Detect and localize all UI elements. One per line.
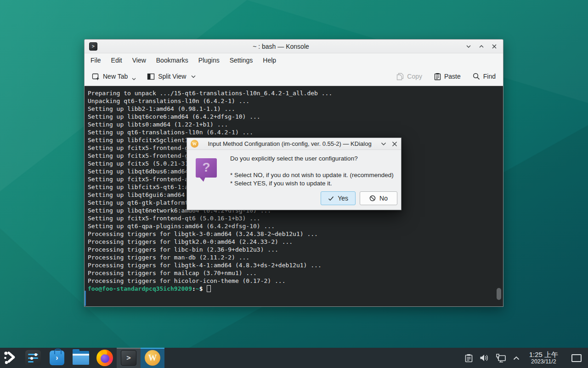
- dialog-body: ? Do you explicitly select the user conf…: [187, 150, 401, 210]
- search-icon: [473, 73, 480, 80]
- taskbar: › > W: [0, 348, 588, 368]
- dialog-titlebar[interactable]: W Input Method Configuration (im-config,…: [187, 138, 401, 150]
- terminal-output-line: Preparing to unpack .../15-qt6-translati…: [88, 89, 503, 97]
- terminal-output-line: Setting up libts0:amd64 (1.22-1+b1) ...: [88, 121, 503, 128]
- system-settings-button[interactable]: [21, 348, 45, 368]
- chevron-down-icon: [132, 78, 136, 80]
- show-desktop-button[interactable]: [571, 354, 582, 362]
- system-tray: 1:25 上午 2023/11/2: [465, 351, 588, 365]
- clock-time: 1:25 上午: [529, 351, 558, 358]
- konsole-icon: >: [89, 42, 97, 51]
- kdialog-window: W Input Method Configuration (im-config,…: [187, 138, 401, 210]
- paste-label: Paste: [444, 73, 461, 80]
- im-config-task-button[interactable]: W: [141, 348, 164, 368]
- new-tab-button[interactable]: New Tab: [92, 72, 136, 80]
- terminal-output-line: Unpacking qt6-translations-l10n (6.4.2-1…: [88, 97, 503, 105]
- question-icon: ?: [196, 158, 217, 178]
- toolbar: New Tab Split View: [85, 67, 503, 86]
- chevron-down-icon: [191, 75, 196, 78]
- copy-label: Copy: [407, 73, 422, 80]
- new-tab-icon: [92, 73, 100, 80]
- network-tray-icon[interactable]: [496, 354, 506, 362]
- firefox-button[interactable]: [93, 348, 117, 368]
- deny-icon: [369, 195, 376, 201]
- dialog-title: Input Method Configuration (im-config, v…: [201, 140, 378, 147]
- menu-bar: FileEditViewBookmarksPluginsSettingsHelp: [85, 53, 503, 67]
- clipboard-tray-icon[interactable]: [465, 354, 473, 362]
- find-label: Find: [483, 73, 496, 80]
- tray-expand-chevron-icon[interactable]: [513, 356, 520, 360]
- dialog-note-no: * Select NO, if you do not wish to updat…: [230, 172, 394, 178]
- konsole-icon: >: [121, 350, 136, 366]
- firefox-icon: [96, 350, 113, 366]
- maximize-icon[interactable]: [477, 42, 486, 51]
- paste-icon: [434, 73, 441, 80]
- dialog-close-icon[interactable]: [392, 141, 397, 147]
- terminal-output-line: Setting up libb2-1:amd64 (0.98.1-1.1) ..…: [88, 105, 503, 113]
- digital-clock[interactable]: 1:25 上午 2023/11/2: [526, 351, 561, 365]
- check-icon: [328, 196, 334, 201]
- menu-item-file[interactable]: File: [85, 54, 106, 66]
- dialog-question-text: Do you explicitly select the user config…: [230, 155, 358, 162]
- system-settings-icon: [25, 350, 41, 366]
- no-label: No: [379, 195, 388, 202]
- yes-button[interactable]: Yes: [321, 191, 356, 205]
- dialog-more-chevron-icon[interactable]: [381, 142, 386, 146]
- desktop: > ~ : bash — Konsole FileEditViewBookmar…: [0, 0, 588, 368]
- prompt-user-host: foo@foo-standardpcq35ich92009: [88, 285, 192, 292]
- terminal-output-line: Processing triggers for libgtk-4-1:amd64…: [88, 261, 503, 269]
- menu-item-plugins[interactable]: Plugins: [193, 54, 225, 66]
- terminal-output-line: Setting up qt6-translations-l10n (6.4.2-…: [88, 128, 503, 136]
- terminal-output-line: Setting up libqt6core6:amd64 (6.4.2+dfsg…: [88, 113, 503, 121]
- discover-button[interactable]: ›: [45, 348, 69, 368]
- plasma-launcher-icon: [3, 350, 18, 366]
- menu-item-settings[interactable]: Settings: [225, 54, 258, 66]
- terminal-output-line: Setting up qt6-qpa-plugins:amd64 (6.4.2+…: [88, 222, 503, 230]
- terminal-cursor: [207, 285, 211, 292]
- window-title: ~ : bash — Konsole: [97, 43, 464, 50]
- terminal-prompt-line: foo@foo-standardpcq35ich92009:~$: [88, 285, 503, 293]
- discover-icon: ›: [50, 351, 64, 365]
- terminal-output-line: Processing triggers for libgtk-3-0:amd64…: [88, 230, 503, 238]
- minimize-icon[interactable]: [464, 42, 473, 51]
- terminal-output-line: Processing triggers for hicolor-icon-the…: [88, 277, 503, 285]
- find-button[interactable]: Find: [473, 73, 496, 80]
- copy-button[interactable]: Copy: [396, 73, 422, 80]
- menu-item-view[interactable]: View: [127, 54, 151, 66]
- split-view-icon: [147, 73, 155, 80]
- clock-date: 2023/11/2: [529, 358, 558, 365]
- split-view-label: Split View: [158, 73, 186, 80]
- split-view-button[interactable]: Split View: [147, 73, 196, 80]
- close-icon[interactable]: [490, 42, 498, 51]
- konsole-task-button[interactable]: >: [117, 348, 141, 368]
- copy-icon: [396, 73, 404, 80]
- application-launcher-button[interactable]: [0, 348, 21, 368]
- menu-item-edit[interactable]: Edit: [106, 54, 127, 66]
- new-output-indicator: [85, 291, 86, 306]
- terminal-output-line: Processing triggers for libgtk2.0-0:amd6…: [88, 238, 503, 246]
- menu-item-bookmarks[interactable]: Bookmarks: [151, 54, 193, 66]
- yes-label: Yes: [338, 195, 348, 202]
- folder-icon: [73, 351, 89, 365]
- im-config-icon: W: [191, 140, 198, 148]
- file-manager-button[interactable]: [69, 348, 93, 368]
- dialog-note-yes: * Select YES, if you wish to update it.: [230, 180, 332, 187]
- terminal-output-line: Setting up fcitx5-frontend-qt6 (5.0.16-1…: [88, 214, 503, 222]
- no-button[interactable]: No: [360, 191, 397, 205]
- terminal-output-line: Processing triggers for man-db (2.11.2-2…: [88, 253, 503, 261]
- im-config-icon: W: [145, 350, 160, 366]
- volume-tray-icon[interactable]: [480, 354, 489, 362]
- menu-item-help[interactable]: Help: [258, 54, 281, 66]
- terminal-scrollbar-thumb[interactable]: [497, 288, 501, 300]
- new-tab-label: New Tab: [103, 73, 128, 80]
- terminal-output-line: Processing triggers for libc-bin (2.36-9…: [88, 246, 503, 253]
- terminal-output-line: Processing triggers for mailcap (3.70+nm…: [88, 269, 503, 277]
- paste-button[interactable]: Paste: [434, 73, 461, 80]
- window-titlebar[interactable]: > ~ : bash — Konsole: [85, 40, 503, 53]
